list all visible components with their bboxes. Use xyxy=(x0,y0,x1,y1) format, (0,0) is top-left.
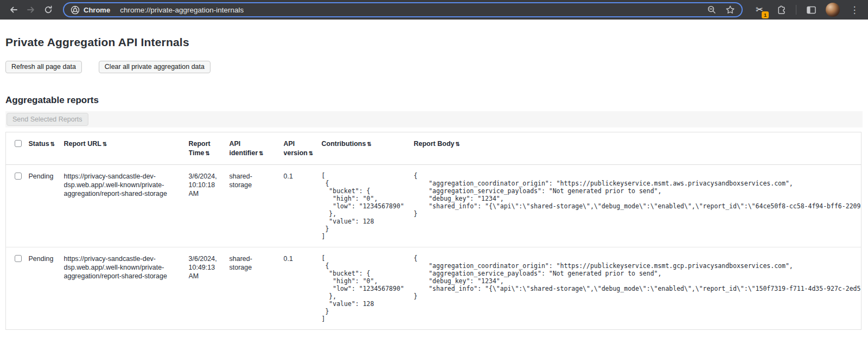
sort-icon: ⇅ xyxy=(205,150,209,156)
forward-button[interactable] xyxy=(23,2,39,18)
row-checkbox[interactable] xyxy=(15,173,22,180)
extensions-puzzle-icon xyxy=(776,5,787,15)
table-header-row: Status⇅ Report URL⇅ Report Time⇅ API ide… xyxy=(6,132,861,165)
profile-avatar[interactable] xyxy=(826,3,840,17)
header-report-time[interactable]: Report Time⇅ xyxy=(189,132,229,165)
back-button[interactable] xyxy=(5,2,22,18)
send-selected-reports-button[interactable]: Send Selected Reports xyxy=(7,113,88,126)
toolbar-divider xyxy=(796,5,796,15)
kebab-menu-icon: ⋮ xyxy=(850,5,859,15)
api-identifier-cell: shared-storage xyxy=(229,247,284,330)
chrome-chip-label: Chrome xyxy=(84,6,110,14)
clear-all-button[interactable]: Clear all private aggregation data xyxy=(99,61,210,73)
aggregatable-reports-table: Status⇅ Report URL⇅ Report Time⇅ API ide… xyxy=(5,132,861,330)
report-time-cell: 3/6/2024, 10:49:13 AM xyxy=(189,247,229,330)
header-api-version[interactable]: API version⇅ xyxy=(284,132,322,165)
api-version-cell: 0.1 xyxy=(284,247,322,330)
table-row: Pending https://privacy-sandcastle-dev-d… xyxy=(6,247,861,330)
contributions-json: [ { "bucket": { "high": "0", "low": "123… xyxy=(322,172,406,240)
row-checkbox[interactable] xyxy=(15,255,22,262)
side-panel-icon xyxy=(806,5,816,15)
browser-toolbar: Chrome chrome://private-aggregation-inte… xyxy=(0,0,868,20)
back-arrow-icon xyxy=(9,5,18,15)
sort-icon: ⇅ xyxy=(367,141,371,147)
header-contributions[interactable]: Contributions⇅ xyxy=(322,132,414,165)
screenshot-extension-button[interactable]: ✂ 1 xyxy=(752,3,767,17)
page-actions: Refresh all page data Clear all private … xyxy=(5,61,863,73)
chrome-chip: Chrome xyxy=(71,5,110,15)
sort-icon: ⇅ xyxy=(456,141,460,147)
extension-badge: 1 xyxy=(762,11,769,18)
header-report-url[interactable]: Report URL⇅ xyxy=(64,132,189,165)
page-content: Private Aggregation API Internals Refres… xyxy=(0,36,868,330)
reload-icon xyxy=(43,5,53,15)
sort-icon: ⇅ xyxy=(103,141,107,147)
url-text[interactable]: chrome://private-aggregation-internals xyxy=(120,6,244,14)
side-panel-button[interactable] xyxy=(803,2,819,18)
report-body-json: { "aggregation_coordinator_origin": "htt… xyxy=(414,172,861,218)
toolbar-right-group: ✂ 1 ⋮ xyxy=(749,2,863,18)
header-report-body[interactable]: Report Body⇅ xyxy=(414,132,861,165)
status-cell: Pending xyxy=(29,247,64,330)
report-body-json: { "aggregation_coordinator_origin": "htt… xyxy=(414,254,861,300)
sort-icon: ⇅ xyxy=(50,141,55,147)
reload-button[interactable] xyxy=(40,2,56,18)
section-title-aggregatable-reports: Aggregatable reports xyxy=(5,95,863,106)
refresh-all-button[interactable]: Refresh all page data xyxy=(5,61,82,73)
select-all-checkbox[interactable] xyxy=(15,140,22,147)
forward-arrow-icon xyxy=(26,5,36,15)
api-version-cell: 0.1 xyxy=(284,165,322,247)
status-cell: Pending xyxy=(29,165,64,247)
chrome-logo-icon xyxy=(71,5,80,15)
table-row: Pending https://privacy-sandcastle-dev-d… xyxy=(6,165,861,247)
contributions-json: [ { "bucket": { "high": "0", "low": "123… xyxy=(322,254,406,323)
page-title: Private Aggregation API Internals xyxy=(5,36,863,49)
browser-menu-button[interactable]: ⋮ xyxy=(846,2,863,18)
api-identifier-cell: shared-storage xyxy=(229,165,284,247)
sort-icon: ⇅ xyxy=(259,150,263,156)
send-reports-bar: Send Selected Reports xyxy=(5,111,863,127)
report-url-cell: https://privacy-sandcastle-dev-dsp.web.a… xyxy=(64,247,189,330)
zoom-out-icon[interactable] xyxy=(707,5,717,15)
bookmark-star-icon[interactable] xyxy=(725,5,735,15)
report-url-cell: https://privacy-sandcastle-dev-dsp.web.a… xyxy=(64,165,189,247)
header-status[interactable]: Status⇅ xyxy=(29,132,64,165)
address-bar[interactable]: Chrome chrome://private-aggregation-inte… xyxy=(63,2,743,17)
header-api-identifier[interactable]: API identifier⇅ xyxy=(229,132,284,165)
extensions-button[interactable] xyxy=(773,2,789,18)
report-time-cell: 3/6/2024, 10:10:18 AM xyxy=(189,165,229,247)
sort-icon: ⇅ xyxy=(309,150,313,156)
